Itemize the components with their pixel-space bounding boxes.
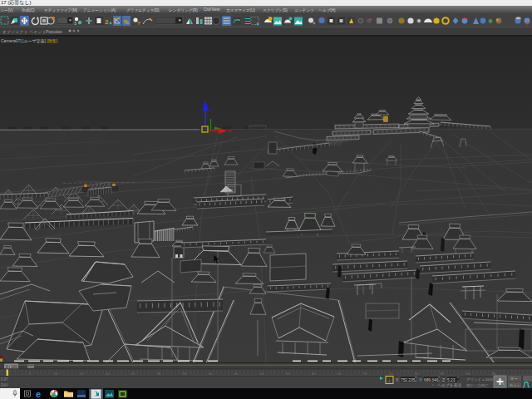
svg-text:Camera07] [ユーザ定義] [陰影]: Camera07] [ユーザ定義] [陰影] (1, 38, 58, 44)
